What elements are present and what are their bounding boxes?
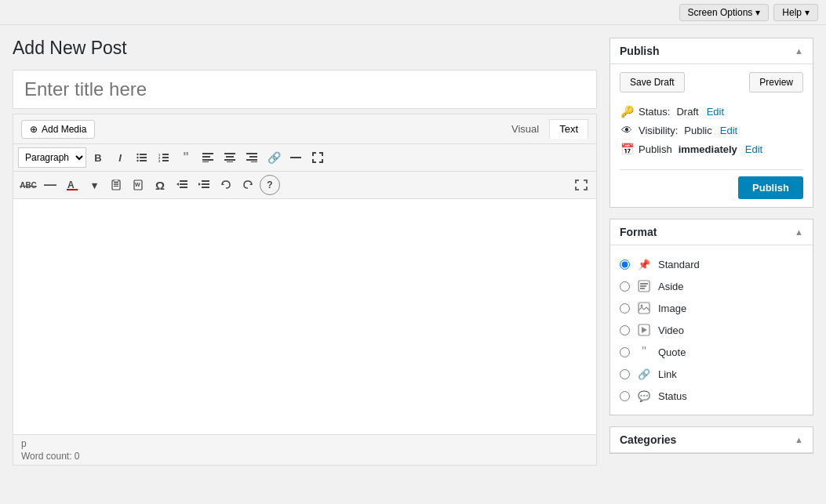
svg-marker-63 xyxy=(642,327,647,333)
publish-time: immediately xyxy=(679,143,737,155)
paste-text-button[interactable] xyxy=(106,175,126,195)
svg-rect-2 xyxy=(140,160,147,161)
format-title: Format xyxy=(620,226,657,238)
status-edit-link[interactable]: Edit xyxy=(707,106,724,118)
format-standard-radio[interactable] xyxy=(620,259,630,270)
fullscreen-button[interactable] xyxy=(307,147,328,168)
editor-footer: p Word count: 0 xyxy=(13,434,596,465)
word-count-label: Word count: 0 xyxy=(21,451,588,462)
content-area: Add New Post ⊕ Add Media Visual Text xyxy=(13,38,597,466)
expand-editor-button[interactable] xyxy=(571,175,591,195)
svg-rect-6 xyxy=(162,154,169,155)
format-link-label: Link xyxy=(658,368,677,380)
format-aside-radio[interactable] xyxy=(620,281,630,292)
editor-top-bar: ⊕ Add Media Visual Text xyxy=(13,114,596,144)
format-aside: Aside xyxy=(620,275,803,297)
svg-rect-59 xyxy=(640,288,645,289)
categories-collapse-icon[interactable]: ▲ xyxy=(795,435,803,444)
publish-button[interactable]: Publish xyxy=(738,176,803,199)
hr-divider-button[interactable]: — xyxy=(40,175,60,195)
post-title-input[interactable] xyxy=(13,70,597,109)
add-media-button[interactable]: ⊕ Add Media xyxy=(21,120,95,139)
svg-rect-15 xyxy=(202,161,209,162)
text-color-button[interactable]: A xyxy=(62,175,82,195)
visibility-icon: 👁 xyxy=(620,124,634,136)
bold-button[interactable]: B xyxy=(88,147,108,168)
indent-button[interactable] xyxy=(194,175,214,195)
help-toolbar-button[interactable]: ? xyxy=(260,175,280,195)
align-left-button[interactable] xyxy=(198,147,218,168)
format-image-radio[interactable] xyxy=(620,303,630,314)
svg-rect-57 xyxy=(640,283,648,285)
paste-word-button[interactable]: W xyxy=(128,175,148,195)
format-aside-label: Aside xyxy=(658,281,684,292)
video-icon xyxy=(636,322,652,338)
status-format-icon: 💬 xyxy=(636,388,652,404)
publish-collapse-icon[interactable]: ▲ xyxy=(795,46,803,56)
ordered-list-button[interactable]: 123 xyxy=(154,147,174,168)
editor-container: ⊕ Add Media Visual Text Paragraph B xyxy=(13,114,597,466)
format-quote: " Quote xyxy=(620,341,803,363)
svg-rect-23 xyxy=(251,161,257,162)
tab-text[interactable]: Text xyxy=(549,119,588,139)
publish-label: Publish xyxy=(639,143,672,155)
save-draft-button[interactable]: Save Draft xyxy=(620,72,685,92)
format-quote-label: Quote xyxy=(658,346,686,358)
svg-rect-43 xyxy=(180,183,187,185)
outdent-button[interactable] xyxy=(172,175,192,195)
publish-box: Publish ▲ Save Draft Preview 🔑 Status: xyxy=(609,38,813,208)
unordered-list-button[interactable] xyxy=(132,147,152,168)
format-status: 💬 Status xyxy=(620,385,803,407)
toolbar-row-1: Paragraph B I 123 " xyxy=(13,144,596,172)
editor-tabs: Visual Text xyxy=(501,119,588,139)
format-list: 📌 Standard Aside xyxy=(620,253,803,407)
visibility-edit-link[interactable]: Edit xyxy=(720,125,737,136)
format-status-radio[interactable] xyxy=(620,391,630,401)
svg-marker-55 xyxy=(584,187,588,190)
svg-marker-53 xyxy=(584,179,588,183)
link-button[interactable]: 🔗 xyxy=(264,147,284,168)
svg-text:A: A xyxy=(67,179,75,190)
publish-time-edit-link[interactable]: Edit xyxy=(745,143,762,155)
preview-button[interactable]: Preview xyxy=(749,72,803,92)
status-row: 🔑 Status: Draft Edit xyxy=(620,102,803,121)
align-right-button[interactable] xyxy=(242,147,262,168)
standard-icon: 📌 xyxy=(636,256,652,272)
tab-visual[interactable]: Visual xyxy=(501,119,549,139)
link-format-icon: 🔗 xyxy=(636,366,652,382)
svg-rect-13 xyxy=(202,156,210,158)
undo-button[interactable] xyxy=(216,175,236,195)
format-link-radio[interactable] xyxy=(620,369,630,379)
svg-rect-36 xyxy=(114,179,118,182)
svg-rect-19 xyxy=(227,161,233,162)
svg-rect-39 xyxy=(114,186,118,187)
special-char-button[interactable]: Ω xyxy=(150,175,170,195)
format-standard-label: Standard xyxy=(658,259,700,270)
format-video-radio[interactable] xyxy=(620,325,630,335)
align-center-button[interactable] xyxy=(220,147,240,168)
strikethrough-button[interactable]: ABC xyxy=(18,175,38,195)
svg-rect-26 xyxy=(312,152,314,156)
screen-options-button[interactable]: Screen Options ▾ xyxy=(679,4,770,21)
format-quote-radio[interactable] xyxy=(620,347,630,357)
format-video-label: Video xyxy=(658,325,684,336)
editor-body[interactable] xyxy=(13,199,596,434)
text-color-dropdown-button[interactable]: ▾ xyxy=(84,175,104,195)
redo-button[interactable] xyxy=(238,175,258,195)
svg-marker-45 xyxy=(176,183,179,186)
blockquote-button[interactable]: " xyxy=(176,147,196,168)
svg-rect-28 xyxy=(322,152,323,156)
image-icon xyxy=(636,300,652,316)
main-layout: Add New Post ⊕ Add Media Visual Text xyxy=(0,25,826,466)
svg-marker-52 xyxy=(575,179,579,183)
svg-point-5 xyxy=(136,160,138,161)
hr-button[interactable] xyxy=(286,147,306,168)
italic-button[interactable]: I xyxy=(110,147,130,168)
format-link: 🔗 Link xyxy=(620,363,803,385)
paragraph-select[interactable]: Paragraph xyxy=(18,147,86,168)
sidebar: Publish ▲ Save Draft Preview 🔑 Status: xyxy=(609,38,813,466)
chevron-down-icon: ▾ xyxy=(755,7,760,18)
svg-marker-54 xyxy=(575,187,579,190)
help-button[interactable]: Help ▾ xyxy=(773,4,818,21)
format-collapse-icon[interactable]: ▲ xyxy=(795,227,803,237)
